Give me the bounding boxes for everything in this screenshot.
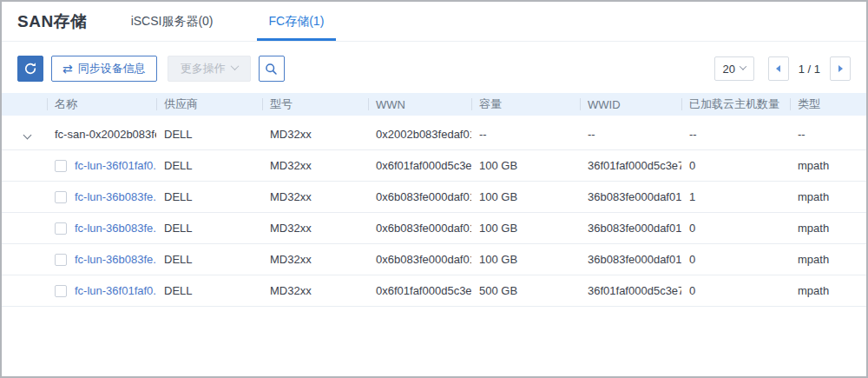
chevron-down-icon [230,62,239,70]
cell-wwid: 36b083fe000daf0180... [580,222,681,235]
column-header-wwid[interactable]: WWID [580,93,681,116]
lun-name-link[interactable]: fc-lun-36f01faf0... [75,284,156,297]
san-name: fc-san-0x2002b083fe... [55,128,156,141]
san-storage-page: { "page": { "title": "SAN存储" }, "tabs": … [0,0,868,378]
title-bar: SAN存储 iSCSI服务器(0) FC存储(1) [2,2,866,42]
arrow-left-icon [776,65,780,72]
cell-type: -- [790,128,866,141]
cell-wwn: 0x6f01faf000d5c3e7 [368,159,471,172]
sync-device-info-button[interactable]: ⇄ 同步设备信息 [51,56,157,82]
sync-button-label: 同步设备信息 [78,61,146,76]
cell-capacity: 100 GB [471,159,580,172]
column-header-type[interactable]: 类型 [790,93,866,116]
table-row-lun[interactable]: fc-lun-36b083fe... DELL MD32xx 0x6b083fe… [2,244,866,275]
cell-model: MD32xx [262,253,368,266]
cell-wwid: -- [580,128,681,141]
column-header-name[interactable]: 名称 [47,93,156,116]
lun-name-link[interactable]: fc-lun-36b083fe... [75,190,156,203]
cell-host-count: 0 [681,222,790,235]
cell-wwn: 0x6f01faf000d5c3e7 [368,284,471,297]
cell-vendor: DELL [156,253,262,266]
cell-capacity: 100 GB [471,253,580,266]
cell-type: mpath [790,222,866,235]
table-row-lun[interactable]: fc-lun-36f01faf0... DELL MD32xx 0x6f01fa… [2,275,866,307]
row-checkbox[interactable] [55,160,67,172]
toolbar: ⇄ 同步设备信息 更多操作 20 1 / 1 [2,56,866,82]
cell-wwid: 36b083fe000daf0180... [580,190,681,203]
cell-wwid: 36b083fe000daf0180... [580,253,681,266]
cell-wwn: 0x6b083fe000daf018 [368,253,471,266]
table-row-lun[interactable]: fc-lun-36f01faf0... DELL MD32xx 0x6f01fa… [2,150,866,182]
tab-fc-storage[interactable]: FC存储(1) [267,2,326,41]
chevron-down-icon [740,63,746,70]
tab-iscsi-servers[interactable]: iSCSI服务器(0) [129,2,215,41]
lun-name-link[interactable]: fc-lun-36b083fe... [75,222,156,235]
page-indicator: 1 / 1 [799,63,820,76]
sync-arrows-icon: ⇄ [62,63,73,75]
next-page-button[interactable] [830,56,851,81]
cell-capacity: 500 GB [471,284,580,297]
row-checkbox[interactable] [55,254,67,266]
cell-capacity: -- [471,128,580,141]
cell-model: MD32xx [262,190,368,203]
cell-host-count: 0 [681,253,790,266]
column-header-wwn[interactable]: WWN [368,93,471,116]
cell-host-count: -- [681,128,790,141]
page-size-value: 20 [722,63,734,76]
refresh-icon [23,62,37,76]
cell-wwn: 0x2002b083fedaf018 [368,128,471,141]
cell-host-count: 0 [681,284,790,297]
cell-vendor: DELL [156,128,262,141]
cell-wwn: 0x6b083fe000daf018 [368,222,471,235]
cell-host-count: 0 [681,159,790,172]
cell-vendor: DELL [156,159,262,172]
row-checkbox[interactable] [55,222,67,235]
cell-vendor: DELL [156,284,262,297]
page-title: SAN存储 [17,10,88,33]
table-row-lun[interactable]: fc-lun-36b083fe... DELL MD32xx 0x6b083fe… [2,182,866,213]
search-icon [265,63,278,76]
cell-wwid: 36f01faf000d5c3e70... [580,159,681,172]
row-checkbox[interactable] [55,285,67,297]
cell-model: MD32xx [262,159,368,172]
cell-type: mpath [790,284,866,297]
table-body: fc-san-0x2002b083fe... DELL MD32xx 0x200… [2,119,866,307]
cell-type: mpath [790,190,866,203]
cell-wwn: 0x6b083fe000daf018 [368,190,471,203]
cell-host-count: 1 [681,190,790,203]
table-row-san-group[interactable]: fc-san-0x2002b083fe... DELL MD32xx 0x200… [2,119,866,150]
more-actions-button[interactable]: 更多操作 [168,56,251,82]
cell-capacity: 100 GB [471,190,580,203]
arrow-right-icon [838,65,843,72]
cell-model: MD32xx [262,284,368,297]
cell-model: MD32xx [262,222,368,235]
lun-name-link[interactable]: fc-lun-36b083fe... [75,253,156,266]
row-checkbox[interactable] [55,191,67,203]
expand-chevron-icon[interactable] [23,131,32,140]
cell-type: mpath [790,253,866,266]
column-header-capacity[interactable]: 容量 [471,93,580,116]
prev-page-button[interactable] [768,56,789,81]
search-button[interactable] [259,56,285,82]
tab-bar: iSCSI服务器(0) FC存储(1) [129,2,378,41]
table-row-lun[interactable]: fc-lun-36b083fe... DELL MD32xx 0x6b083fe… [2,213,866,244]
cell-wwid: 36f01faf000d5c3e70... [580,284,681,297]
more-actions-label: 更多操作 [181,61,226,76]
cell-model: MD32xx [262,128,368,141]
page-size-select[interactable]: 20 [714,56,754,81]
column-header-vendor[interactable]: 供应商 [156,93,262,116]
cell-vendor: DELL [156,222,262,235]
table-header: 名称 供应商 型号 WWN 容量 WWID 已加载云主机数量 类型 [2,93,866,116]
refresh-button[interactable] [17,56,43,82]
lun-name-link[interactable]: fc-lun-36f01faf0... [75,159,156,172]
cell-capacity: 100 GB [471,222,580,235]
column-header-host-count[interactable]: 已加载云主机数量 [681,93,790,116]
column-header-model[interactable]: 型号 [262,93,368,116]
cell-type: mpath [790,159,866,172]
cell-vendor: DELL [156,190,262,203]
